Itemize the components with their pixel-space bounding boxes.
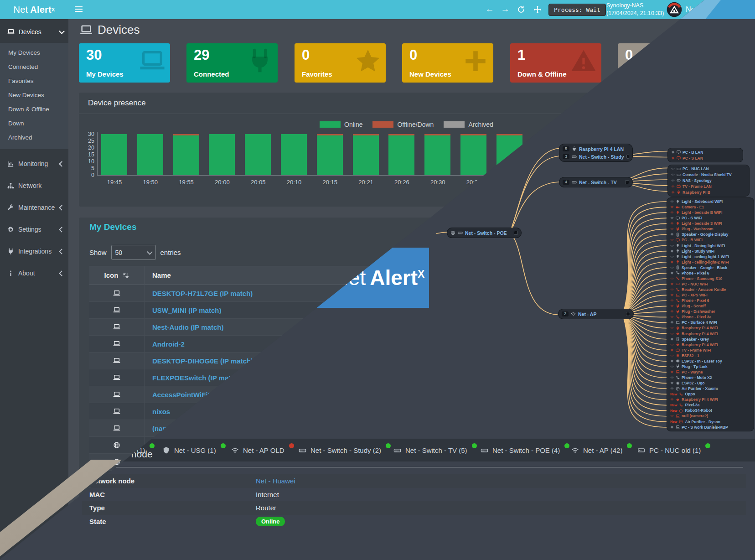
sort-icon[interactable] [122,272,129,279]
leaf-device[interactable]: Light - bedside S WIFI [670,221,750,226]
leaf-device[interactable]: PC - XPS WIFI [670,292,750,298]
info-box-new-devices[interactable]: 0New Devices [402,43,493,83]
leaf-device[interactable]: NewRoboS4-Robot [670,408,750,413]
info-box-favorites[interactable]: 0Favorites [295,43,386,83]
node-raspberry-study[interactable]: 5Raspberry PI 4 LAN3Net - Switch - Study [559,144,632,161]
tab-net-ap-old[interactable]: Net - AP OLD [231,439,294,461]
leaf-device[interactable]: Speaker - Grey [670,337,750,342]
leaf-device[interactable]: PC - B WIFI [670,237,750,243]
leaf-device[interactable]: PC - S LAN [671,155,739,161]
app-logo[interactable]: Net AlertX [0,0,68,19]
tab-net-switch-study-2-[interactable]: Net - Switch - Study (2) [299,439,391,461]
device-name-link[interactable]: USW_MINI (IP match) [145,306,221,314]
sidebar-item-about[interactable]: About [0,266,68,280]
leaf-device[interactable]: Plug - Dishwasher [670,309,750,314]
node-ap[interactable]: 2Net - AP [558,309,633,319]
leaf-device[interactable]: Raspberry PI 4 WIFI [670,342,750,347]
leaf-device[interactable]: Camera - E1 [670,204,750,210]
leaf-device[interactable]: Plug - Washroom [670,226,750,232]
leaf-device[interactable]: PC - S work Daniels-MBP [670,425,750,430]
leaf-device[interactable]: Phone - Pixel 6 [670,298,750,303]
leaf-device[interactable]: Phone - Pixel 6 [670,270,750,276]
leaf-device[interactable]: TV - Frame LAN [671,183,746,189]
sidebar-subitem-archived[interactable]: Archived [0,130,68,145]
sidebar-item-monitoring[interactable]: Monitoring [0,156,68,171]
nav-back-icon[interactable]: ← [485,5,494,14]
leaf-device[interactable]: Light - Study WIFI [670,249,750,254]
leaf-device[interactable]: Light - ceiling-light-2 WIFI [670,259,750,265]
leaf-device[interactable]: Light - bedside B WIFI [670,210,750,215]
page-size-select[interactable]: 50 [111,245,156,260]
sidebar-subitem-my-devices[interactable]: My Devices [0,46,68,60]
node-switch-poe[interactable]: Net - Switch - POE [447,228,521,238]
sidebar-subitem-down[interactable]: Down [0,116,68,130]
tab-net-ap-42-[interactable]: Net - AP (42) [571,439,632,461]
leaf-device[interactable]: Light - Sideboard WIFI [670,199,750,204]
leaf-device[interactable]: Air Purifier - Xiaomi [670,386,750,391]
sidebar-item-network[interactable]: Network [0,178,68,193]
leaf-device[interactable]: PC - Surface 4 WIFI [670,320,750,325]
leaf-device[interactable]: Phone - Samsung S10 [670,276,750,281]
leaf-device[interactable]: NewPixel-3a [670,402,750,408]
leaf-device[interactable]: NewAir Purifier - Dyson [670,419,750,425]
port-icon[interactable] [626,155,629,159]
leaf-device[interactable]: Plug - Sonoff [670,303,750,309]
sidebar-item-maintenance[interactable]: Maintenance [0,200,68,215]
leaf-device[interactable]: Light - Dining light WIFI [670,243,750,249]
leaf-device[interactable]: PC - NUC WIFI [670,281,750,287]
sidebar-item-settings[interactable]: Settings [0,222,68,237]
leaf-label: Air Purifier - Xiaomi [682,386,718,391]
leaf-device[interactable]: NAS - Synology [671,178,746,184]
tab-pc-nuc-old-1-[interactable]: PC - NUC old (1) [637,439,710,461]
move-icon[interactable] [533,5,542,14]
sidebar-item-devices[interactable]: Devices [0,25,68,39]
details-link[interactable]: Net - Huawei [256,477,295,485]
info-box-connected[interactable]: 29Connected [186,43,278,83]
sidebar-subitem-down-offline[interactable]: Down & Offline [0,102,68,116]
device-name-link[interactable]: nixos [145,408,170,415]
port-icon[interactable] [625,180,629,184]
device-name-link[interactable]: DESKTOP-DIHOG0E (IP match) [145,357,253,365]
leaf-device[interactable]: Raspberry PI 4 WIFI [670,397,750,402]
node-switch-tv[interactable]: 4Net - Switch - TV [559,177,632,187]
berry-icon [676,342,680,347]
leaf-device[interactable]: Light - ceiling-light-1 WIFI [670,254,750,259]
leaf-device[interactable]: Console - Nvidia Shield TV [671,172,746,178]
leaf-device[interactable]: PC - S WIFI [670,215,750,221]
leaf-device[interactable]: Speaker - Google Display [670,232,750,237]
leaf-device[interactable]: Reader - Amazon Kindle [670,287,750,292]
sidebar-subitem-favorites[interactable]: Favorites [0,74,68,88]
tab-net-usg-1-[interactable]: Net - USG (1) [162,439,226,461]
leaf-device[interactable]: PC - NUC LAN [671,166,746,172]
leaf-device[interactable]: ESP32 - 1 [670,353,750,358]
port-icon[interactable] [626,312,630,316]
device-name-link[interactable]: DESKTOP-H71L7GE (IP match) [145,290,253,297]
port-icon[interactable] [514,231,518,235]
leaf-device[interactable]: null (camera?) [670,413,750,419]
device-name-link[interactable]: Android-2 [145,340,185,348]
leaf-device[interactable]: ESP32 - Ugo [670,380,750,386]
leaf-device[interactable]: Raspberry PI 4 WIFI [670,325,750,331]
leaf-device[interactable]: NewOppo [670,391,750,397]
leaf-device[interactable]: Raspberry PI B [671,189,746,195]
leaf-device[interactable]: PC - Wayne [670,369,750,375]
leaf-device[interactable]: TV - Frame WIFI [670,347,750,353]
refresh-icon[interactable] [517,5,525,14]
leaf-device[interactable]: ESP32 - In - Laser Toy [670,358,750,364]
leaf-device[interactable]: Phone - Pixel 3a [670,314,750,320]
sidebar-subitem-connected[interactable]: Connected [0,60,68,74]
leaf-device[interactable]: Plug - Tp-Link [670,364,750,369]
info-box-down-offline[interactable]: 1Down & Offline [510,43,601,83]
device-name-link[interactable]: Nest-Audio (IP match) [145,323,223,331]
sidebar-subitem-new-devices[interactable]: New Devices [0,88,68,102]
leaf-device[interactable]: PC - B LAN [671,149,739,155]
menu-toggle-icon[interactable] [75,6,83,13]
leaf-device[interactable]: Phone - Moto X2 [670,375,750,380]
leaf-device[interactable]: Raspberry PI 4 WIFI [670,331,750,337]
info-box-my-devices[interactable]: 30My Devices [79,43,170,83]
leaf-device[interactable]: Speaker - Google - Black [670,265,750,270]
tab-net-switch-tv-5-[interactable]: Net - Switch - TV (5) [393,439,477,461]
tab-net-switch-poe-4-[interactable]: Net - Switch - POE (4) [481,439,569,461]
nav-forward-icon[interactable]: → [501,5,510,14]
sidebar-item-integrations[interactable]: Integrations [0,244,68,259]
